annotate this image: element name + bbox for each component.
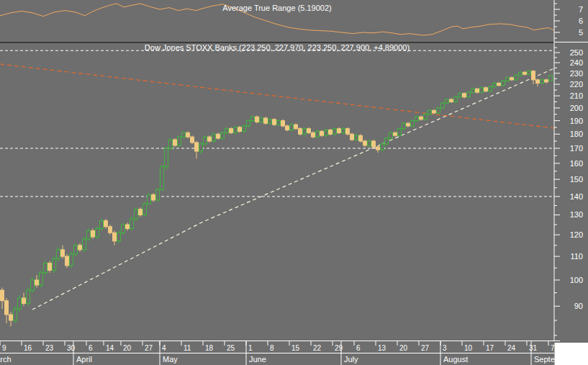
candle [290,123,294,131]
axis-label: 5 [579,28,583,37]
candle [139,207,143,217]
candle [238,126,242,132]
candle [156,188,160,202]
week-label: 11 [184,344,191,352]
week-label: 18 [205,344,214,352]
candle [493,82,497,88]
candle [87,229,91,241]
downtrend-resistance-line[interactable] [0,64,554,128]
week-label: 6 [356,344,361,352]
candle [247,120,250,127]
candle [104,219,108,229]
month-label: April [76,355,92,364]
chart-window: 7652502402302202102001901801701601501401… [0,0,588,365]
candle [186,131,190,138]
candle [545,78,548,83]
month-label: March [0,355,12,364]
candle [100,219,104,231]
candle [325,129,328,137]
candle [148,193,151,205]
candle [251,115,255,122]
candle [450,98,453,103]
candle [316,130,320,138]
candle [355,134,358,141]
candle [368,140,371,147]
candle [165,147,168,170]
week-label: 4 [162,344,166,352]
candle [109,225,112,235]
chart-canvas[interactable]: 7652502402302202102001901801701601501401… [0,0,588,365]
candle [536,78,540,86]
candle [515,74,518,81]
axis-label: 180 [570,130,583,138]
candle [126,222,130,230]
candle [243,125,246,132]
candle [320,130,324,138]
week-label: 30 [67,344,76,352]
candle [9,312,13,326]
week-label: 15 [291,344,300,352]
candle [480,86,484,94]
candle [532,70,535,84]
week-label: 10 [464,344,473,352]
candle [173,138,177,147]
candle [402,122,406,130]
candle [441,102,445,109]
candle [96,227,99,239]
candle [372,140,376,148]
candle [48,261,52,272]
candle [191,135,194,144]
candle [523,71,527,76]
candle [437,107,440,114]
week-label: 14 [106,344,114,352]
candle [329,129,333,136]
candle [415,115,419,122]
week-label: 6 [89,344,93,352]
candle [208,135,212,143]
candle [212,132,216,143]
candle [445,98,449,104]
candle [294,123,298,130]
axis-label: 160 [570,159,583,168]
price-axis[interactable]: 7652502402302202102001901801701601501401… [554,0,583,341]
week-label: 7 [551,344,555,352]
candle [312,131,315,138]
candle [57,248,60,261]
candle [458,92,462,98]
candle [217,132,220,140]
axis-label: 220 [570,80,583,89]
week-label: 20 [399,344,408,352]
candle [221,131,225,140]
axis-label: 120 [570,230,583,239]
axis-label: 90 [574,302,583,310]
axis-label: 7 [579,5,583,14]
week-label: 13 [378,344,386,352]
candle [61,245,65,258]
candle [83,237,86,252]
candle [27,287,30,306]
candle [528,70,531,75]
candle [22,293,26,307]
week-label: 27 [421,344,430,352]
candle [91,229,95,239]
candle [160,165,164,191]
candle [389,131,393,140]
candle [122,222,125,235]
time-axis[interactable]: 9162330614202741118251815222961320273101… [0,341,573,365]
week-label: 22 [313,344,322,352]
candle [70,252,73,268]
axis-label: 170 [570,144,583,153]
uptrend-support-line[interactable] [32,68,554,310]
week-label: 31 [529,344,538,352]
atr-panel-plot[interactable] [0,4,554,35]
candle [195,141,199,158]
candle [398,127,402,137]
candle [44,261,48,275]
candle [260,117,263,123]
candle [510,76,514,81]
week-label: 20 [123,344,132,352]
axis-label: 110 [570,252,583,261]
candle [471,88,475,94]
candle [299,127,302,135]
candle [476,88,479,94]
